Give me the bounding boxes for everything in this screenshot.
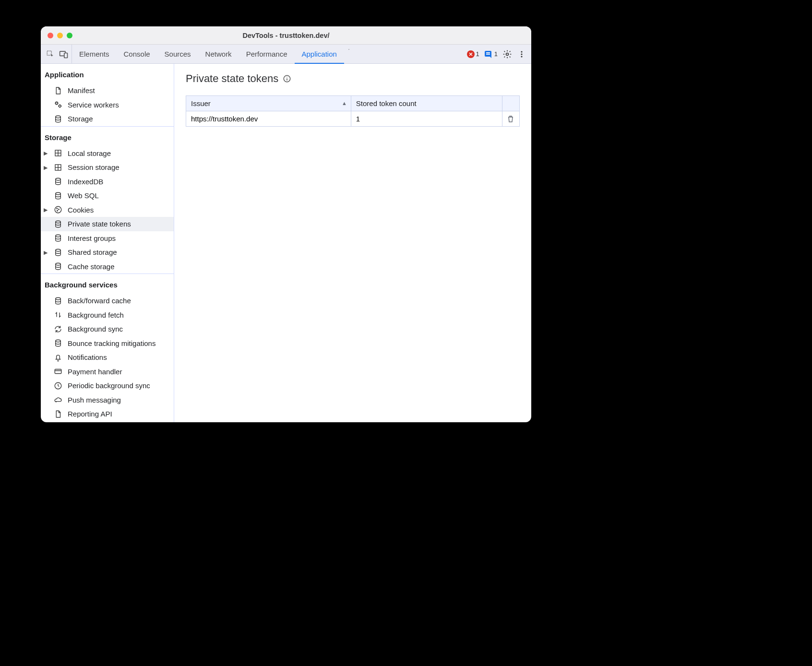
svg-point-23 bbox=[59, 209, 60, 210]
error-icon bbox=[467, 50, 475, 58]
application-sidebar: ApplicationManifestService workersStorag… bbox=[41, 64, 174, 422]
sidebar-item[interactable]: Web SQL bbox=[41, 189, 174, 203]
sidebar-item-label: Manifest bbox=[68, 86, 170, 95]
sidebar-item-label: Local storage bbox=[68, 149, 170, 158]
sidebar-item[interactable]: Cache storage bbox=[41, 260, 174, 274]
svg-point-25 bbox=[56, 221, 61, 223]
sidebar-item-label: Cookies bbox=[68, 205, 170, 215]
sidebar-item[interactable]: Payment handler bbox=[41, 365, 174, 379]
error-indicator[interactable]: 1 bbox=[467, 50, 479, 58]
svg-point-26 bbox=[56, 235, 61, 238]
more-tabs-icon[interactable] bbox=[344, 45, 354, 54]
svg-point-27 bbox=[56, 249, 61, 251]
sidebar-item[interactable]: ▶Cookies bbox=[41, 203, 174, 217]
devtools-tabbar: ElementsConsoleSourcesNetworkPerformance… bbox=[41, 45, 531, 64]
tab-elements[interactable]: Elements bbox=[72, 45, 117, 63]
svg-point-8 bbox=[521, 53, 522, 55]
fullscreen-window-button[interactable] bbox=[67, 33, 72, 38]
clock-icon bbox=[53, 381, 63, 390]
sidebar-item[interactable]: ▶Shared storage bbox=[41, 245, 174, 260]
sidebar-item[interactable]: IndexedDB bbox=[41, 175, 174, 189]
svg-rect-0 bbox=[47, 51, 51, 55]
sidebar-item[interactable]: Periodic background sync bbox=[41, 379, 174, 393]
info-icon[interactable] bbox=[282, 74, 292, 83]
sidebar-item-label: Session storage bbox=[68, 163, 170, 172]
sidebar-item-label: Private state tokens bbox=[68, 219, 170, 229]
column-header-actions bbox=[502, 96, 520, 111]
db-icon bbox=[53, 115, 63, 123]
window-title: DevTools - trusttoken.dev/ bbox=[41, 32, 531, 39]
expand-arrow-icon: ▶ bbox=[43, 150, 48, 156]
sidebar-item[interactable]: Interest groups bbox=[41, 231, 174, 246]
sidebar-item[interactable]: Notifications bbox=[41, 350, 174, 365]
tab-network[interactable]: Network bbox=[198, 45, 239, 63]
titlebar: DevTools - trusttoken.dev/ bbox=[41, 26, 531, 45]
svg-point-24 bbox=[57, 211, 58, 212]
minimize-window-button[interactable] bbox=[57, 33, 63, 38]
main-panel: Private state tokens Issuer ▲ bbox=[174, 64, 531, 422]
db-icon bbox=[53, 220, 63, 228]
cell-count: 1 bbox=[351, 111, 502, 127]
tab-application[interactable]: Application bbox=[295, 45, 344, 64]
db-icon bbox=[53, 248, 63, 257]
sidebar-item-label: Bounce tracking mitigations bbox=[68, 339, 170, 348]
sidebar-item-label: Background sync bbox=[68, 324, 170, 334]
sidebar-item-label: IndexedDB bbox=[68, 177, 170, 187]
tab-console[interactable]: Console bbox=[117, 45, 157, 63]
sidebar-item-label: Web SQL bbox=[68, 191, 170, 201]
db-icon bbox=[53, 262, 63, 271]
svg-point-10 bbox=[56, 102, 58, 105]
db-icon bbox=[53, 339, 63, 347]
devtools-window: DevTools - trusttoken.dev/ ElementsConso… bbox=[41, 26, 531, 422]
sidebar-item-label: Shared storage bbox=[68, 248, 170, 257]
svg-point-29 bbox=[56, 297, 61, 300]
close-window-button[interactable] bbox=[48, 33, 53, 38]
sidebar-item[interactable]: Back/forward cache bbox=[41, 294, 174, 308]
settings-icon[interactable] bbox=[502, 49, 512, 59]
sidebar-item[interactable]: Background sync bbox=[41, 322, 174, 336]
sidebar-item[interactable]: Private state tokens bbox=[41, 217, 174, 231]
tab-sources[interactable]: Sources bbox=[157, 45, 198, 63]
tab-performance[interactable]: Performance bbox=[239, 45, 295, 63]
inspect-icon[interactable] bbox=[46, 49, 55, 59]
svg-rect-31 bbox=[55, 369, 61, 374]
sidebar-item[interactable]: Service workers bbox=[41, 98, 174, 112]
sidebar-item[interactable]: Push messaging bbox=[41, 393, 174, 407]
sidebar-item[interactable]: ▶Local storage bbox=[41, 146, 174, 161]
svg-point-36 bbox=[287, 77, 287, 78]
svg-point-6 bbox=[506, 53, 509, 55]
delete-button[interactable] bbox=[502, 111, 520, 127]
column-header-issuer[interactable]: Issuer ▲ bbox=[186, 96, 351, 111]
kebab-menu-icon[interactable] bbox=[517, 49, 526, 59]
sidebar-item[interactable]: Bounce tracking mitigations bbox=[41, 336, 174, 351]
svg-rect-2 bbox=[64, 53, 68, 58]
column-header-count[interactable]: Stored token count bbox=[351, 96, 502, 111]
sidebar-item[interactable]: Reporting API bbox=[41, 407, 174, 421]
file-icon bbox=[53, 86, 63, 95]
tokens-table: Issuer ▲ Stored token count https://trus… bbox=[186, 95, 520, 127]
svg-point-30 bbox=[56, 340, 61, 343]
issue-indicator[interactable]: 1 bbox=[484, 50, 498, 58]
sidebar-item-label: Storage bbox=[68, 114, 170, 124]
device-toolbar-icon[interactable] bbox=[59, 49, 69, 59]
sidebar-item-label: Interest groups bbox=[68, 234, 170, 243]
window-controls bbox=[48, 33, 72, 38]
svg-point-22 bbox=[57, 208, 58, 209]
sidebar-section-header: Background services bbox=[41, 274, 174, 294]
sidebar-item-label: Push messaging bbox=[68, 395, 170, 405]
grid-icon bbox=[53, 149, 63, 157]
table-row[interactable]: https://trusttoken.dev1 bbox=[186, 111, 520, 127]
svg-point-28 bbox=[56, 263, 61, 266]
svg-point-19 bbox=[56, 178, 61, 181]
sort-asc-icon: ▲ bbox=[342, 100, 347, 106]
sidebar-item[interactable]: Manifest bbox=[41, 83, 174, 98]
page-title: Private state tokens bbox=[186, 72, 520, 85]
db-icon bbox=[53, 191, 63, 200]
issue-icon bbox=[484, 50, 493, 58]
sidebar-item[interactable]: Storage bbox=[41, 112, 174, 126]
sidebar-item-label: Service workers bbox=[68, 100, 170, 110]
sidebar-item[interactable]: Background fetch bbox=[41, 308, 174, 322]
svg-point-20 bbox=[56, 192, 61, 195]
sidebar-item[interactable]: ▶Session storage bbox=[41, 160, 174, 175]
cell-issuer: https://trusttoken.dev bbox=[186, 111, 351, 127]
